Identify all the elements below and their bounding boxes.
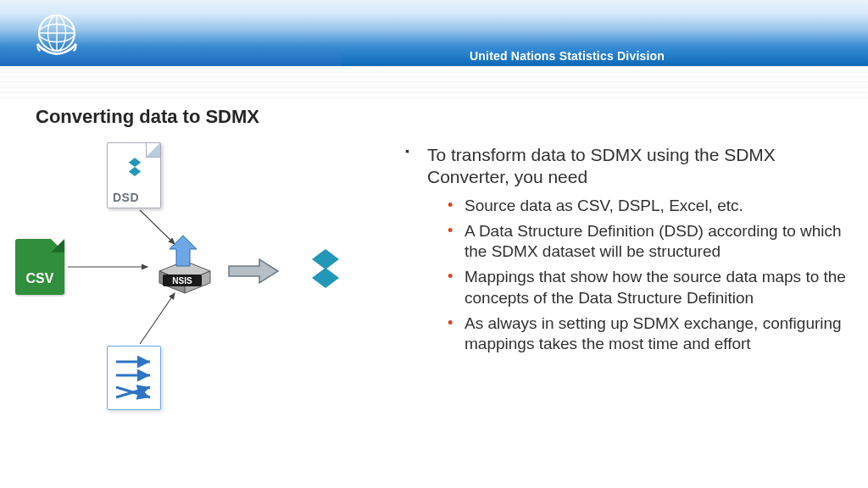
nsis-server-icon: NSIS (151, 230, 217, 298)
mapping-file-icon (107, 346, 161, 410)
transform-arrow-icon (227, 258, 280, 285)
sub-bullet-list: Source data as CSV, DSPL, Excel, etc. A … (405, 196, 846, 355)
header-banner: United Nations Statistics Division (0, 0, 868, 66)
un-logo-icon (10, 2, 103, 64)
bullet-text-block: To transform data to SDMX using the SDMX… (405, 144, 846, 360)
sub-bullet: Source data as CSV, DSPL, Excel, etc. (448, 196, 846, 216)
sdmx-output-icon (292, 244, 358, 295)
conversion-diagram: DSD CSV (8, 136, 390, 441)
dsd-file-icon: DSD (107, 142, 161, 208)
csv-file-label: CSV (15, 271, 64, 286)
csv-file-icon: CSV (15, 239, 64, 295)
sdmx-glyph-icon (120, 155, 150, 180)
sub-bullet: As always in setting up SDMX exchange, c… (448, 313, 846, 355)
header-subtitle: United Nations Statistics Division (342, 46, 868, 66)
sub-bullet: Mappings that show how the source data m… (448, 267, 846, 308)
svg-line-7 (140, 293, 175, 344)
svg-text:NSIS: NSIS (172, 276, 192, 286)
sub-bullet: A Data Structure Definition (DSD) accord… (448, 221, 846, 263)
main-bullet: To transform data to SDMX using the SDMX… (405, 144, 846, 189)
slide-title: Converting data to SDMX (36, 106, 259, 128)
dsd-file-label: DSD (113, 191, 139, 204)
decorative-stripes (0, 66, 868, 100)
